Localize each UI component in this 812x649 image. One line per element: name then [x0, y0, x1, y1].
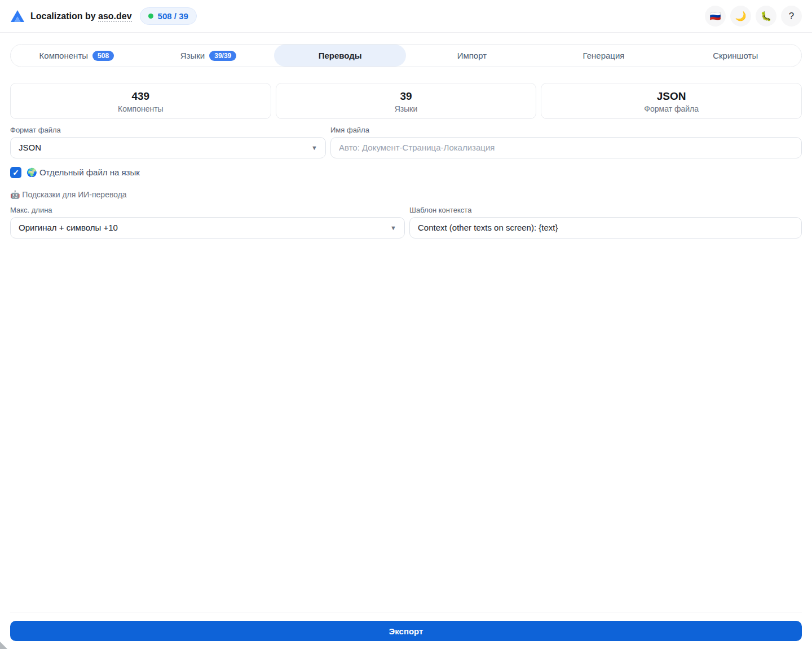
aso-dev-link[interactable]: aso.dev [98, 11, 132, 22]
stat-file-format-value: JSON [546, 89, 797, 104]
tab-bar: Компоненты 508 Языки 39/39 Переводы Импо… [10, 44, 802, 67]
tab-screenshots[interactable]: Скриншоты [669, 45, 801, 67]
empty-space [10, 239, 802, 612]
russian-flag-icon: 🇷🇺 [710, 11, 721, 21]
tab-languages[interactable]: Языки 39/39 [143, 45, 275, 67]
file-format-value: JSON [19, 143, 41, 152]
stat-card-components: 439 Компоненты [10, 83, 271, 119]
chevron-down-icon: ▼ [311, 144, 317, 151]
tab-languages-badge: 39/39 [209, 51, 236, 61]
counter-badge: 508 / 39 [140, 7, 197, 25]
file-name-input[interactable] [330, 137, 802, 158]
max-length-value: Оригинал + символы +10 [19, 223, 118, 232]
window-resize-grip[interactable] [0, 642, 7, 649]
context-template-field: Шаблон контекста [409, 206, 802, 239]
app-logo-icon [10, 10, 25, 23]
status-dot-icon [148, 14, 153, 19]
stat-card-languages: 39 Языки [276, 83, 537, 119]
stat-components-label: Компоненты [15, 104, 266, 113]
chevron-down-icon: ▼ [390, 224, 396, 231]
form-row-format-name: Формат файла JSON ▼ Имя файла [10, 126, 802, 158]
help-button[interactable]: ? [781, 6, 802, 27]
file-format-select[interactable]: JSON ▼ [10, 137, 326, 158]
tab-import[interactable]: Импорт [406, 45, 538, 67]
file-name-field: Имя файла [330, 126, 802, 158]
max-length-select[interactable]: Оригинал + символы +10 ▼ [10, 217, 405, 239]
main-content: Компоненты 508 Языки 39/39 Переводы Импо… [0, 33, 812, 612]
theme-toggle-button[interactable]: 🌙 [730, 6, 751, 27]
context-template-label: Шаблон контекста [409, 206, 802, 214]
max-length-label: Макс. длина [10, 206, 405, 214]
counter-badge-text: 508 / 39 [158, 11, 188, 21]
form-row-ai-hints: Макс. длина Оригинал + символы +10 ▼ Шаб… [10, 206, 802, 239]
caterpillar-icon: 🐛 [761, 11, 772, 21]
app-title: Localization by aso.dev [30, 11, 132, 21]
question-mark-icon: ? [789, 11, 794, 22]
header-actions: 🇷🇺 🌙 🐛 ? [705, 6, 802, 27]
stat-components-value: 439 [15, 89, 266, 104]
stat-card-file-format: JSON Формат файла [541, 83, 802, 119]
ai-hints-section-title: 🤖 Подсказки для ИИ-перевода [10, 190, 802, 199]
tab-generation[interactable]: Генерация [538, 45, 670, 67]
moon-icon: 🌙 [735, 11, 747, 21]
context-template-input[interactable] [409, 217, 802, 239]
tab-screenshots-label: Скриншоты [713, 51, 758, 60]
max-length-field: Макс. длина Оригинал + символы +10 ▼ [10, 206, 405, 239]
file-format-label: Формат файла [10, 126, 326, 134]
stat-file-format-label: Формат файла [546, 104, 797, 113]
tab-translations[interactable]: Переводы [274, 45, 406, 67]
export-button[interactable]: Экспорт [10, 621, 802, 641]
separate-file-label: 🌍 Отдельный файл на язык [27, 167, 140, 178]
checkbox-checked-icon[interactable]: ✓ [10, 167, 21, 178]
tab-components[interactable]: Компоненты 508 [11, 45, 143, 67]
file-format-field: Формат файла JSON ▼ [10, 126, 326, 158]
separate-file-per-language-toggle[interactable]: ✓ 🌍 Отдельный файл на язык [10, 167, 802, 178]
tab-translations-label: Переводы [319, 51, 362, 60]
header: Localization by aso.dev 508 / 39 🇷🇺 🌙 🐛 … [0, 0, 812, 33]
file-name-label: Имя файла [330, 126, 802, 134]
bug-report-button[interactable]: 🐛 [756, 6, 776, 27]
footer-divider [10, 612, 802, 612]
tab-components-badge: 508 [92, 51, 114, 61]
stat-languages-label: Языки [281, 104, 532, 113]
language-flag-button[interactable]: 🇷🇺 [705, 6, 726, 27]
tab-languages-label: Языки [180, 51, 205, 60]
stats-row: 439 Компоненты 39 Языки JSON Формат файл… [10, 83, 802, 119]
stat-languages-value: 39 [281, 89, 532, 104]
tab-components-label: Компоненты [39, 51, 88, 60]
tab-generation-label: Генерация [583, 51, 625, 60]
tab-import-label: Импорт [457, 51, 487, 60]
footer: Экспорт [0, 612, 812, 649]
